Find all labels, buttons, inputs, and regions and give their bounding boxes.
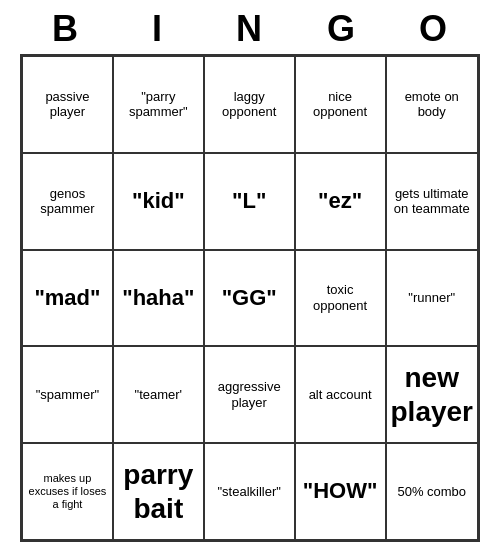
title-n: N — [204, 8, 296, 50]
bingo-cell-8: "ez" — [295, 153, 386, 250]
bingo-grid: passive player"parry spammer"laggy oppon… — [20, 54, 480, 542]
title-o: O — [388, 8, 480, 50]
bingo-cell-19: new player — [386, 346, 479, 443]
bingo-title: B I N G O — [20, 0, 480, 54]
bingo-cell-0: passive player — [22, 56, 113, 153]
bingo-cell-3: nice opponent — [295, 56, 386, 153]
title-b: B — [20, 8, 112, 50]
bingo-cell-22: "stealkiller" — [204, 443, 295, 540]
bingo-cell-17: aggressive player — [204, 346, 295, 443]
bingo-cell-14: "runner" — [386, 250, 479, 347]
bingo-cell-20: makes up excuses if loses a fight — [22, 443, 113, 540]
bingo-cell-24: 50% combo — [386, 443, 479, 540]
title-g: G — [296, 8, 388, 50]
bingo-cell-6: "kid" — [113, 153, 204, 250]
bingo-cell-15: "spammer" — [22, 346, 113, 443]
bingo-cell-11: "haha" — [113, 250, 204, 347]
bingo-cell-10: "mad" — [22, 250, 113, 347]
bingo-cell-13: toxic opponent — [295, 250, 386, 347]
bingo-cell-16: "teamer' — [113, 346, 204, 443]
bingo-cell-9: gets ultimate on teammate — [386, 153, 479, 250]
bingo-cell-18: alt account — [295, 346, 386, 443]
title-i: I — [112, 8, 204, 50]
bingo-cell-1: "parry spammer" — [113, 56, 204, 153]
bingo-cell-5: genos spammer — [22, 153, 113, 250]
bingo-cell-4: emote on body — [386, 56, 479, 153]
bingo-cell-7: "L" — [204, 153, 295, 250]
bingo-cell-21: parry bait — [113, 443, 204, 540]
bingo-cell-2: laggy opponent — [204, 56, 295, 153]
bingo-cell-12: "GG" — [204, 250, 295, 347]
bingo-cell-23: "HOW" — [295, 443, 386, 540]
